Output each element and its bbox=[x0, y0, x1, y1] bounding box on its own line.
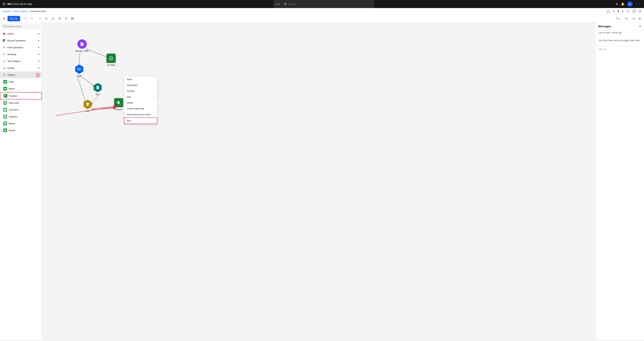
breadcrumb-actions: 📋 ▾ ⬇ ℹ 🕐 💬 ⊟ bbox=[606, 10, 641, 13]
node-risk-hex[interactable]: Risk bbox=[93, 83, 102, 96]
menu-icon[interactable]: ☰ bbox=[3, 2, 5, 6]
info-icon[interactable]: ℹ bbox=[622, 10, 624, 13]
sidebar-item-field-operations[interactable]: ⚙ Field Operations ▾ bbox=[0, 44, 42, 51]
graphs-chevron: ▾ bbox=[38, 67, 39, 69]
undo-button[interactable]: ↩ bbox=[23, 16, 28, 21]
comment-icon[interactable]: 💬 bbox=[632, 10, 636, 13]
table-label: Table bbox=[9, 80, 14, 83]
paste-button[interactable]: ⬜ bbox=[50, 16, 56, 21]
record-ops-icon bbox=[2, 39, 6, 42]
search-scope-dropdown[interactable]: All ▾ bbox=[276, 3, 282, 5]
palette-search-input[interactable] bbox=[1, 24, 40, 29]
breadcrumb-spss[interactable]: SPSS modeler bbox=[13, 10, 28, 12]
toolbar: ⊞ Run ▶ ↩ ↪ ✂ ⧉ ⬜ 🗑 ⚙ 🖼 🔍+ 🔍- ⊡ ⊞ bbox=[0, 14, 644, 22]
grid-button[interactable]: ⊞ bbox=[637, 16, 643, 21]
context-menu-save-branch[interactable]: Save branch as a model bbox=[124, 112, 157, 118]
redo-button[interactable]: ↪ bbox=[29, 16, 35, 21]
apps-icon[interactable]: ⋮⋮ bbox=[635, 2, 641, 6]
import-chevron: ▾ bbox=[38, 32, 39, 35]
sidebar-subitem-means[interactable]: 📊 Means bbox=[0, 120, 42, 127]
report-node-icon: 📋 bbox=[3, 128, 7, 132]
disconnect-label: Disconnect bbox=[127, 84, 138, 86]
cut-button[interactable]: ✂ bbox=[38, 16, 43, 21]
sidebar-subitem-transform[interactable]: 📉 Transform bbox=[0, 106, 42, 113]
delete-button[interactable]: 🗑 bbox=[57, 16, 63, 21]
statistics-label: Statistics bbox=[9, 116, 18, 118]
svg-line-6 bbox=[91, 96, 98, 105]
add-icon[interactable]: ⊕ bbox=[616, 2, 618, 6]
sidebar-item-modeling[interactable]: 💎 Modeling ▾ bbox=[0, 51, 42, 58]
palette: 📥 Import ▾ Record Operations ▾ ⚙ Field O… bbox=[0, 22, 42, 340]
avatar[interactable]: U bbox=[627, 1, 632, 7]
node-analysis[interactable]: Analysis bbox=[114, 98, 123, 111]
sidebar-item-graphs[interactable]: 📊 Graphs ▾ bbox=[0, 65, 42, 72]
edit-label: Edit bbox=[127, 96, 130, 98]
context-menu-run[interactable]: Run bbox=[124, 118, 157, 124]
context-menu-disconnect[interactable]: Disconnect bbox=[124, 82, 157, 88]
node-type[interactable]: Type bbox=[74, 64, 84, 77]
messages-clear-all-button[interactable]: Clear all bbox=[596, 46, 644, 52]
text-analytics-label: Text Analytics bbox=[7, 60, 20, 62]
notifications-icon[interactable]: 🔔 bbox=[621, 2, 624, 6]
sidebar-subitem-report[interactable]: 📋 Report bbox=[0, 127, 42, 134]
svg-point-12 bbox=[117, 101, 120, 104]
context-menu: Open Disconnect Preview Edit › Delete Cr… bbox=[124, 76, 158, 124]
node-risk-gold[interactable]: Risk bbox=[83, 100, 92, 112]
21-fields-label: 21 Fields bbox=[107, 64, 115, 66]
risk-gold-shape bbox=[83, 100, 92, 109]
edit-chevron-icon: › bbox=[154, 96, 155, 98]
search-bar: All ▾ 🔍 bbox=[274, 0, 374, 8]
delete-label: Delete bbox=[127, 102, 133, 104]
breadcrumb-projects[interactable]: Projects bbox=[3, 10, 10, 12]
context-menu-open[interactable]: Open bbox=[124, 76, 157, 82]
run-label: Run bbox=[10, 17, 14, 20]
sidebar-subitem-data-audit[interactable]: 📊 Data Audit bbox=[0, 100, 42, 106]
text-analytics-icon: 📈 bbox=[2, 60, 6, 63]
messages-title: Messages bbox=[598, 25, 611, 28]
report-label: Report bbox=[9, 129, 15, 132]
matrix-node-icon: ⊠ bbox=[3, 87, 7, 90]
main-layout: 📥 Import ▾ Record Operations ▾ ⚙ Field O… bbox=[0, 22, 644, 340]
sidebar-subitem-statistics[interactable]: 📈 Statistics bbox=[0, 113, 42, 120]
view-icon[interactable]: ⊟ bbox=[639, 10, 641, 13]
canvas: german_credit... 21 Fields Type Risk bbox=[42, 22, 596, 340]
chevron-down-icon[interactable]: ▾ bbox=[613, 10, 614, 13]
copy-button[interactable]: ⧉ bbox=[44, 16, 49, 21]
history-icon[interactable]: 🕐 bbox=[626, 10, 630, 13]
context-menu-edit[interactable]: Edit › bbox=[124, 94, 157, 100]
toggle-palette-button[interactable]: ⊞ bbox=[1, 16, 7, 21]
zoom-out-button[interactable]: 🔍- bbox=[623, 16, 630, 21]
fit-button[interactable]: ⊡ bbox=[631, 16, 636, 21]
context-menu-create-supernode[interactable]: Create supernode bbox=[124, 106, 157, 112]
import-icon: 📥 bbox=[2, 32, 6, 35]
context-menu-delete[interactable]: Delete bbox=[124, 100, 157, 106]
run-button[interactable]: Run ▶ bbox=[8, 16, 20, 21]
sidebar-item-record-operations[interactable]: Record Operations ▾ bbox=[0, 37, 42, 44]
node-21-fields[interactable]: 21 Fields bbox=[106, 54, 116, 66]
outputs-icon: ☰ bbox=[2, 73, 6, 76]
zoom-in-button[interactable]: 🔍+ bbox=[614, 16, 622, 21]
breadcrumb-sep1: / bbox=[12, 10, 12, 12]
sidebar-item-import[interactable]: 📥 Import ▾ bbox=[0, 30, 42, 37]
node-german-credit[interactable]: german_credit... bbox=[76, 39, 89, 52]
field-ops-chevron: ▾ bbox=[38, 46, 39, 49]
format-button[interactable]: 🖼 bbox=[70, 16, 76, 21]
outputs-label: Outputs bbox=[7, 74, 15, 76]
run-context-label: Run bbox=[127, 120, 131, 122]
messages-close-button[interactable]: ✕ bbox=[639, 24, 641, 28]
sidebar-item-text-analytics[interactable]: 📈 Text Analytics ▾ bbox=[0, 58, 42, 65]
settings-button[interactable]: ⚙ bbox=[63, 16, 69, 21]
sidebar-item-outputs[interactable]: ☰ Outputs ▴ bbox=[0, 72, 42, 78]
download-icon[interactable]: ⬇ bbox=[617, 10, 620, 13]
sidebar-subitem-table[interactable]: ⊞ Table bbox=[0, 78, 42, 85]
german-credit-shape bbox=[78, 39, 87, 49]
save-icon[interactable]: 📋 bbox=[606, 10, 610, 13]
svg-rect-0 bbox=[3, 39, 5, 40]
sidebar-subitem-analysis[interactable]: 🔍 Analysis bbox=[0, 92, 42, 100]
risk-hex-label: Risk bbox=[96, 93, 100, 96]
red-arrows bbox=[42, 22, 596, 340]
messages-last-run: Last run was 1 minute ago bbox=[596, 30, 644, 35]
search-input[interactable] bbox=[288, 3, 372, 5]
sidebar-subitem-matrix[interactable]: ⊠ Matrix bbox=[0, 85, 42, 92]
context-menu-preview[interactable]: Preview bbox=[124, 88, 157, 94]
